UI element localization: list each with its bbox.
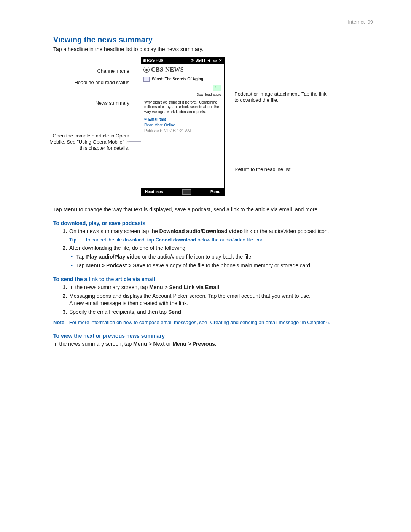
sync-icon: ⟳ bbox=[190, 57, 194, 64]
email-step-2: Messaging opens and displays the Account… bbox=[68, 292, 373, 307]
steps-email: In the news summary screen, tap Menu > S… bbox=[53, 284, 373, 316]
callout-return: Return to the headline list bbox=[234, 166, 292, 173]
published-text: Published: 7/12/08 1:21 AM bbox=[141, 129, 224, 135]
bullet-play: Tap Play audio/Play video or the audio/v… bbox=[76, 253, 373, 260]
step-2: After downloading the file, do one of th… bbox=[68, 244, 373, 269]
keyboard-icon[interactable] bbox=[182, 189, 191, 195]
download-audio-link[interactable]: Download audio bbox=[196, 93, 221, 96]
para-after-figure: Tap Menu to change the way that text is … bbox=[53, 206, 373, 213]
callout-readmore: Open the complete article in Opera Mobil… bbox=[46, 133, 129, 152]
section-heading: Viewing the news summary bbox=[53, 35, 373, 44]
callout-summary: News summary bbox=[53, 100, 129, 106]
cbs-eye-icon: ◉ bbox=[143, 67, 150, 73]
close-icon: ✕ bbox=[218, 57, 223, 64]
channel-name: CBS NEWS bbox=[151, 66, 184, 73]
figure: Channel name Headline and read status Ne… bbox=[53, 57, 373, 201]
channel-row: ◉ CBS NEWS bbox=[141, 64, 224, 74]
article-icon bbox=[143, 77, 150, 82]
3g-icon: 3G bbox=[196, 57, 200, 64]
headlines-button[interactable]: Headlines bbox=[145, 188, 163, 196]
headline-text: Wired: The Secrets Of Aging bbox=[152, 77, 203, 81]
nextprev-text: In the news summary screen, tap Menu > N… bbox=[53, 340, 373, 348]
header-section: Internet bbox=[348, 19, 365, 25]
status-icons: ⟳ 3G ▮▮ ◀ ▭ ✕ bbox=[190, 57, 223, 64]
phone-topbar: ⊞ RSS Hub ⟳ 3G ▮▮ ◀ ▭ ✕ bbox=[141, 57, 224, 64]
email-this-link[interactable]: Email this bbox=[141, 116, 224, 123]
topbar-title: RSS Hub bbox=[147, 58, 163, 62]
steps-podcasts: On the news summary screen tap the Downl… bbox=[53, 228, 373, 269]
summary-text: Why didn't we think of it before? Combin… bbox=[141, 97, 224, 116]
sub-heading-nextprev: To view the next or previous news summar… bbox=[53, 333, 373, 339]
phone-bottombar: Headlines Menu bbox=[141, 188, 224, 196]
headline-row: Wired: The Secrets Of Aging bbox=[141, 74, 224, 83]
tip-row: Tip To cancel the file download, tap Can… bbox=[69, 236, 373, 243]
speaker-icon: ◀ bbox=[207, 57, 211, 64]
callout-channel: Channel name bbox=[53, 68, 129, 74]
step-1: On the news summary screen tap the Downl… bbox=[68, 228, 373, 243]
podcast-icon[interactable] bbox=[213, 85, 221, 91]
read-more-link[interactable]: Read More Online... bbox=[141, 123, 224, 129]
windows-flag-icon: ⊞ bbox=[143, 58, 146, 62]
intro-text: Tap a headline in the headline list to d… bbox=[53, 46, 373, 53]
menu-button[interactable]: Menu bbox=[210, 188, 220, 196]
email-step-1: In the news summary screen, tap Menu > S… bbox=[68, 284, 373, 291]
bullet-save: Tap Menu > Podcast > Save to save a copy… bbox=[76, 262, 373, 269]
email-step-3: Specify the email recipients, and then t… bbox=[68, 308, 373, 316]
sub-heading-email: To send the a link to the article via em… bbox=[53, 276, 373, 282]
signal-icon: ▮▮ bbox=[201, 57, 206, 64]
download-box: Download audio bbox=[141, 83, 224, 97]
callout-podcast: Podcast or image attachment. Tap the lin… bbox=[234, 91, 330, 104]
callout-headline: Headline and read status bbox=[53, 80, 129, 86]
page-header: Internet 99 bbox=[53, 19, 373, 25]
header-page: 99 bbox=[368, 19, 373, 25]
battery-icon: ▭ bbox=[212, 57, 217, 64]
phone-mock: ⊞ RSS Hub ⟳ 3G ▮▮ ◀ ▭ ✕ ◉ CBS NEWS Wired bbox=[141, 57, 225, 196]
note-row: Note For more information on how to comp… bbox=[53, 319, 373, 326]
sub-heading-podcasts: To download, play, or save podcasts bbox=[53, 220, 373, 226]
